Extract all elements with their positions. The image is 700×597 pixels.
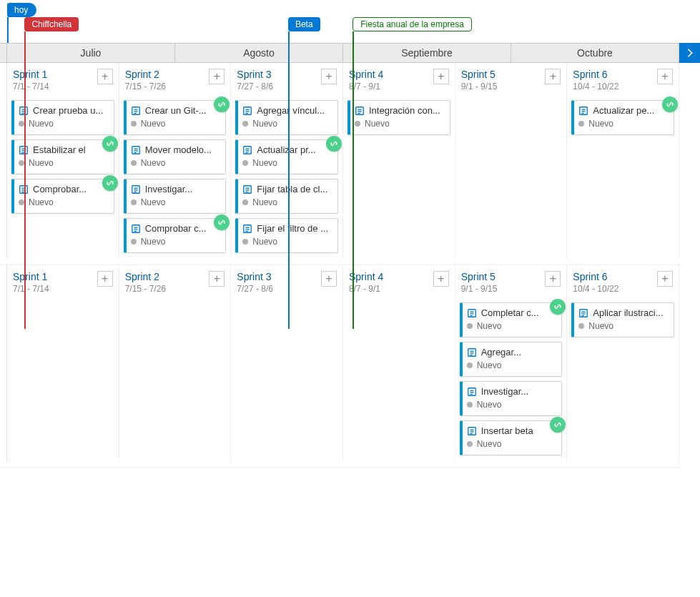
month-octubre[interactable]: Octubre (511, 44, 679, 62)
work-item-icon (578, 308, 588, 318)
status-dot-icon (467, 441, 473, 447)
marker-fiesta[interactable]: Fiesta anual de la empresa (353, 17, 472, 31)
marker-today[interactable]: hoy (7, 3, 36, 17)
month-septiembre[interactable]: Septiembre (343, 44, 511, 62)
link-icon (666, 100, 674, 109)
sprint-column[interactable]: Sprint 59/1 - 9/15+Completar c...NuevoAg… (455, 265, 568, 461)
work-item-card[interactable]: Aplicar ilustraci...Nuevo (571, 302, 674, 337)
add-item-button[interactable]: + (545, 271, 561, 287)
work-item-icon (242, 224, 252, 234)
work-item-status: Nuevo (477, 400, 502, 410)
status-dot-icon (242, 199, 248, 205)
work-item-card[interactable]: Completar c...Nuevo (460, 302, 563, 337)
sprint-column[interactable]: Sprint 610/4 - 10/22+Actualizar pe...Nue… (567, 63, 679, 259)
add-item-button[interactable]: + (321, 271, 337, 287)
linked-work-item-badge[interactable] (550, 417, 566, 433)
sprint-title[interactable]: Sprint 5 (461, 271, 498, 282)
sprint-title[interactable]: Sprint 2 (125, 69, 166, 80)
work-item-title: Actualizar pr... (257, 144, 315, 155)
add-item-button[interactable]: + (97, 69, 113, 84)
sprint-dates: 9/1 - 9/15 (461, 82, 498, 92)
linked-work-item-badge[interactable] (214, 97, 230, 112)
linked-work-item-badge[interactable] (326, 136, 342, 152)
sprint-dates: 8/7 - 9/1 (349, 82, 383, 92)
sprint-title[interactable]: Sprint 3 (237, 69, 273, 80)
work-item-card[interactable]: Fijar tabla de cl...Nuevo (235, 179, 338, 214)
scroll-right-button[interactable] (679, 43, 700, 63)
timeline-markers: hoy Chiffchella Beta Fiesta anual de la … (0, 0, 700, 43)
work-item-icon (242, 184, 252, 194)
marker-chiffchella[interactable]: Chiffchella (24, 17, 79, 31)
sprint-title[interactable]: Sprint 1 (13, 271, 49, 282)
sprint-column[interactable]: Sprint 59/1 - 9/15+ (455, 63, 568, 259)
sprint-dates: 10/4 - 10/22 (573, 284, 618, 294)
plus-icon: + (661, 71, 668, 82)
status-dot-icon (19, 160, 24, 166)
sprint-column[interactable]: Sprint 610/4 - 10/22+Aplicar ilustraci..… (567, 265, 679, 461)
sprint-title[interactable]: Sprint 4 (349, 69, 383, 80)
link-icon (217, 218, 226, 227)
sprint-column[interactable]: Sprint 27/15 - 7/26+ (119, 265, 232, 461)
linked-work-item-badge[interactable] (102, 175, 118, 191)
add-item-button[interactable]: + (433, 271, 449, 287)
sprint-column[interactable]: Sprint 48/7 - 9/1+Integración con...Nuev… (343, 63, 455, 259)
sprint-title[interactable]: Sprint 2 (125, 271, 166, 282)
add-item-button[interactable]: + (433, 69, 449, 84)
sprint-title[interactable]: Sprint 5 (461, 69, 498, 80)
work-item-title: Mover modelo... (145, 144, 212, 155)
sprint-title[interactable]: Sprint 4 (349, 271, 383, 282)
sprint-column[interactable]: Sprint 37/27 - 8/6+Agregar víncul...Nuev… (231, 63, 343, 259)
sprint-header: Sprint 59/1 - 9/15+ (458, 270, 564, 298)
linked-work-item-badge[interactable] (662, 97, 678, 112)
work-item-icon (131, 106, 141, 116)
sprint-title[interactable]: Sprint 3 (237, 271, 273, 282)
sprint-column[interactable]: Sprint 48/7 - 9/1+ (343, 265, 455, 461)
sprint-header: Sprint 48/7 - 9/1+ (346, 270, 452, 298)
status-dot-icon (355, 121, 360, 127)
sprint-title[interactable]: Sprint 1 (13, 69, 49, 80)
add-item-button[interactable]: + (209, 271, 225, 287)
add-item-button[interactable]: + (657, 271, 673, 287)
work-item-card[interactable]: Agregar...Nuevo (460, 342, 563, 377)
status-dot-icon (578, 121, 584, 127)
add-item-button[interactable]: + (657, 69, 673, 84)
sprint-column[interactable]: Sprint 27/15 - 7/26+Crear un Git-...Nuev… (119, 63, 232, 259)
work-item-title: Comprobar... (33, 184, 87, 194)
work-item-card[interactable]: Integración con...Nuevo (347, 100, 450, 135)
sprint-column[interactable]: Sprint 37/27 - 8/6+ (231, 265, 343, 461)
add-item-button[interactable]: + (545, 69, 561, 84)
work-item-card[interactable]: Crear prueba u...Nuevo (11, 100, 114, 135)
month-julio[interactable]: Julio (7, 44, 175, 62)
work-item-card[interactable]: Actualizar pr...Nuevo (235, 139, 338, 174)
link-icon (553, 420, 562, 429)
work-item-card[interactable]: Comprobar c...Nuevo (124, 218, 227, 253)
work-item-card[interactable]: Agregar víncul...Nuevo (235, 100, 338, 135)
work-item-card[interactable]: Estabilizar elNuevo (11, 139, 114, 174)
work-item-card[interactable]: Comprobar...Nuevo (11, 179, 114, 214)
add-item-button[interactable]: + (97, 271, 113, 287)
work-item-card[interactable]: Investigar...Nuevo (460, 381, 563, 416)
status-dot-icon (242, 160, 248, 166)
work-item-title: Crear prueba u... (33, 105, 103, 116)
work-item-card[interactable]: Investigar...Nuevo (124, 179, 227, 214)
work-item-card[interactable]: Crear un Git-...Nuevo (124, 100, 227, 135)
linked-work-item-badge[interactable] (102, 136, 118, 152)
work-item-status: Nuevo (477, 321, 502, 331)
marker-beta[interactable]: Beta (288, 17, 320, 31)
add-item-button[interactable]: + (321, 69, 337, 84)
work-item-title: Insertar beta (481, 425, 533, 436)
marker-fiesta-line (353, 31, 354, 329)
sprint-header: Sprint 48/7 - 9/1+ (346, 67, 452, 96)
work-item-card[interactable]: Insertar betaNuevo (460, 420, 563, 455)
month-agosto[interactable]: Agosto (175, 44, 343, 62)
work-item-card[interactable]: Mover modelo...Nuevo (124, 139, 227, 174)
add-item-button[interactable]: + (209, 69, 225, 84)
sprint-header: Sprint 59/1 - 9/15+ (458, 67, 564, 96)
work-item-card[interactable]: Actualizar pe...Nuevo (571, 100, 674, 135)
linked-work-item-badge[interactable] (214, 214, 230, 230)
work-item-status: Nuevo (252, 197, 277, 207)
work-item-card[interactable]: Fijar el filtro de ...Nuevo (235, 218, 338, 253)
sprint-title[interactable]: Sprint 6 (573, 69, 618, 80)
linked-work-item-badge[interactable] (550, 299, 566, 315)
sprint-title[interactable]: Sprint 6 (573, 271, 618, 282)
